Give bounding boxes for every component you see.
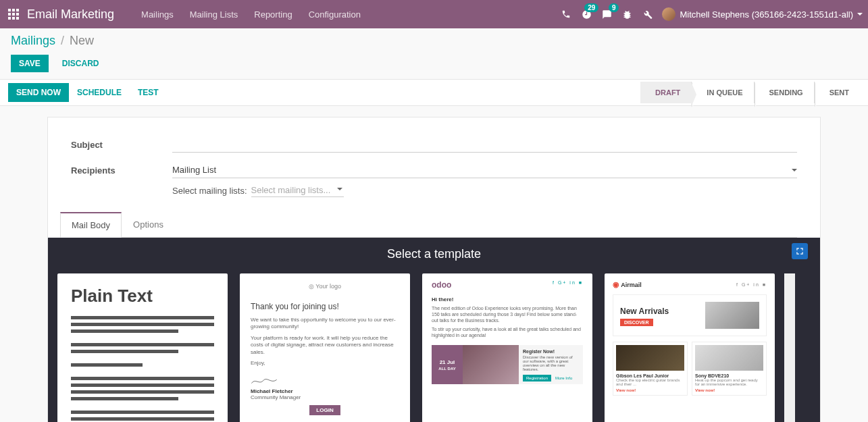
- main-menu: Mailings Mailing Lists Reporting Configu…: [141, 9, 361, 20]
- mailing-lists-select[interactable]: Select mailing lists...: [251, 184, 344, 197]
- status-sending[interactable]: SENDING: [754, 82, 814, 103]
- recipients-label: Recipients: [71, 165, 172, 176]
- svg-rect-5: [16, 13, 19, 16]
- schedule-button[interactable]: SCHEDULE: [69, 83, 130, 102]
- form-card: Subject Recipients Mailing List Select m…: [47, 117, 821, 422]
- chevron-down-icon: [337, 188, 342, 190]
- expand-button[interactable]: [792, 243, 808, 259]
- svg-rect-7: [12, 17, 15, 20]
- app-title: Email Marketing: [27, 7, 114, 22]
- recipients-select[interactable]: Mailing List: [172, 162, 797, 178]
- bug-icon[interactable]: [621, 9, 632, 20]
- tab-mail-body[interactable]: Mail Body: [60, 212, 122, 238]
- svg-rect-4: [12, 13, 15, 16]
- svg-rect-0: [8, 9, 11, 11]
- template-scrollbar[interactable]: [784, 273, 795, 422]
- template-welcome[interactable]: ◎ Your logo Thank you for joining us! We…: [240, 273, 410, 422]
- tab-options[interactable]: Options: [122, 212, 175, 237]
- subheader: Mailings / New SAVE DISCARD: [0, 28, 868, 72]
- user-menu[interactable]: Mitchell Stephens (365166-2423-1551d1-al…: [662, 7, 863, 21]
- menu-configuration[interactable]: Configuration: [309, 9, 361, 20]
- svg-rect-3: [8, 13, 11, 16]
- test-button[interactable]: TEST: [130, 83, 167, 102]
- apps-icon[interactable]: [5, 6, 22, 22]
- svg-rect-1: [12, 9, 15, 11]
- breadcrumb-root[interactable]: Mailings: [11, 34, 55, 48]
- discard-button[interactable]: DISCARD: [54, 55, 107, 72]
- svg-rect-8: [16, 17, 19, 20]
- chevron-down-icon: [857, 13, 863, 16]
- save-button[interactable]: SAVE: [11, 55, 49, 72]
- svg-rect-2: [16, 9, 19, 11]
- status-bar: DRAFT IN QUEUE SENDING SENT: [640, 82, 860, 103]
- top-nav: Email Marketing Mailings Mailing Lists R…: [0, 0, 868, 28]
- breadcrumb-current: New: [70, 34, 94, 48]
- recipients-value: Mailing List: [172, 165, 216, 175]
- breadcrumb-sep: /: [61, 34, 64, 48]
- breadcrumb: Mailings / New: [11, 34, 857, 48]
- template-airmail[interactable]: ◉ Airmail f G+ in ■ New Arrivals DISCOVE…: [605, 273, 775, 422]
- status-in-queue[interactable]: IN QUEUE: [691, 82, 753, 103]
- template-header: Select a template: [48, 238, 820, 273]
- tabs: Mail Body Options: [60, 212, 797, 238]
- menu-mailing-lists[interactable]: Mailing Lists: [190, 9, 238, 20]
- chat-badge: 9: [609, 3, 619, 12]
- template-odoo-event[interactable]: odoo f G+ in ■ Hi there! The next editio…: [422, 273, 592, 422]
- status-draft[interactable]: DRAFT: [640, 82, 691, 103]
- mailing-lists-placeholder: Select mailing lists...: [251, 185, 331, 195]
- wrench-icon[interactable]: [642, 9, 653, 20]
- action-bar: SEND NOW SCHEDULE TEST DRAFT IN QUEUE SE…: [0, 79, 868, 106]
- subject-label: Subject: [71, 140, 172, 150]
- phone-icon[interactable]: [561, 9, 571, 20]
- send-now-button[interactable]: SEND NOW: [8, 83, 69, 102]
- mailing-lists-label: Select mailing lists:: [172, 186, 247, 196]
- menu-reporting[interactable]: Reporting: [254, 9, 292, 20]
- clock-icon[interactable]: 29: [581, 9, 592, 20]
- template-picker: Select a template Plain Text: [48, 238, 820, 422]
- template-title: Plain Text: [71, 286, 214, 307]
- chat-icon[interactable]: 9: [601, 9, 612, 20]
- template-plain-text[interactable]: Plain Text: [57, 273, 228, 422]
- chevron-down-icon: [792, 169, 797, 172]
- subject-input[interactable]: [172, 136, 797, 153]
- user-name: Mitchell Stephens (365166-2423-1551d1-al…: [680, 9, 853, 20]
- svg-rect-6: [8, 17, 11, 20]
- avatar: [662, 7, 675, 21]
- clock-badge: 29: [584, 3, 598, 12]
- status-sent[interactable]: SENT: [814, 82, 860, 103]
- menu-mailings[interactable]: Mailings: [141, 9, 174, 20]
